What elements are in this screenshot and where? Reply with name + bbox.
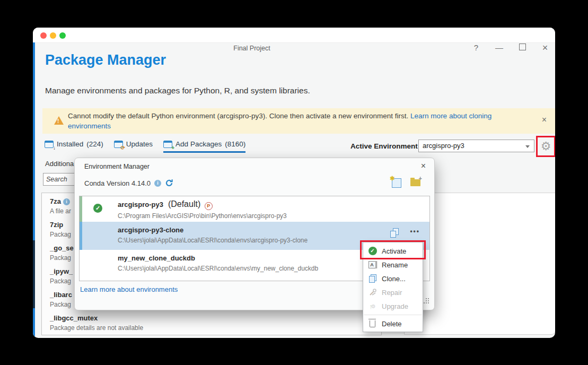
gear-icon[interactable]: ⚙ xyxy=(541,141,551,152)
package-item-desc: Packag xyxy=(50,301,71,308)
package-item-desc: Package details are not available xyxy=(50,324,143,332)
environment-text: arcgispro-py3 (Default) P C:\Program Fil… xyxy=(118,196,287,222)
package-item-name[interactable]: 7zip xyxy=(50,221,63,229)
conda-version-row: Conda Version 4.14.0 i xyxy=(84,179,173,187)
rename-icon: A xyxy=(368,261,377,268)
app-window: Final Project ? — × Package Manager Mana… xyxy=(33,28,555,338)
titlebar xyxy=(33,28,555,43)
environment-path: C:\Users\jolai\AppData\Local\ESRI\conda\… xyxy=(118,237,308,244)
upgrade-icon: ↑⚙ xyxy=(368,302,377,310)
package-item-desc: Packag xyxy=(50,254,71,262)
dialog-title: Environment Manager xyxy=(84,163,150,170)
chevron-down-icon xyxy=(525,145,530,148)
menu-item-label: Clone... xyxy=(382,275,406,283)
trash-body xyxy=(370,320,375,327)
close-button[interactable]: × xyxy=(541,44,549,52)
banner-close-icon[interactable]: × xyxy=(542,115,547,125)
active-environment-dropdown[interactable]: arcgispro-py3 xyxy=(418,140,534,152)
new-environment-icon[interactable]: ✱ xyxy=(392,178,401,188)
environment-path: C:\Program Files\ArcGIS\Pro\bin\Python\e… xyxy=(118,212,287,220)
environment-path: C:\Users\jolai\AppData\Local\ESRI\conda\… xyxy=(118,265,318,272)
environment-context-menu: ✓ Activate A Rename Clone... Repair ↑⚙ U… xyxy=(363,242,423,332)
menu-item-activate[interactable]: ✓ Activate xyxy=(363,244,423,258)
window-accent-strip-dark xyxy=(33,240,35,308)
plus-badge: + xyxy=(171,145,174,151)
tab-updates-label: Updates xyxy=(126,140,153,148)
environment-name: arcgispro-py3-clone xyxy=(118,226,183,234)
menu-item-label: Rename xyxy=(382,261,408,269)
environment-default-suffix: (Default) xyxy=(165,199,200,208)
tab-updates[interactable]: ⟳ Updates xyxy=(114,140,153,151)
tab-add-packages-label: Add Packages xyxy=(175,140,222,148)
active-row-strip xyxy=(80,196,82,222)
clone-icon[interactable] xyxy=(390,228,399,238)
active-environment-value: arcgispro-py3 xyxy=(423,142,464,150)
selected-row-strip xyxy=(80,222,82,250)
help-button[interactable]: ? xyxy=(472,44,480,52)
refresh-icon[interactable] xyxy=(165,179,173,187)
rename-box: A xyxy=(368,261,376,268)
maximize-icon xyxy=(519,44,526,50)
info-icon: i xyxy=(154,180,161,187)
package-item-desc: Packag xyxy=(50,231,71,238)
clone-icon xyxy=(368,274,377,283)
menu-item-label: Upgrade xyxy=(382,302,408,310)
highlight-box-gear: ⚙ xyxy=(536,136,555,157)
menu-separator xyxy=(364,315,422,315)
package-item-desc: Packag xyxy=(50,277,71,285)
menu-item-label: Repair xyxy=(382,289,402,297)
package-item-name[interactable]: _go_se xyxy=(50,244,74,252)
menu-item-repair: Repair xyxy=(363,285,423,299)
arcgis-pro-badge-icon: P xyxy=(205,202,213,210)
add-existing-environment-folder-icon[interactable]: + xyxy=(410,179,420,186)
page-subtitle: Manage environments and packages for Pyt… xyxy=(45,86,310,95)
package-item-desc: A file ar xyxy=(50,207,71,215)
activate-check-icon: ✓ xyxy=(368,247,377,255)
tab-installed-label: Installed xyxy=(57,140,83,148)
rename-caret xyxy=(376,261,377,268)
refresh-badge: ⟳ xyxy=(120,145,125,151)
sidebar-heading: Additiona xyxy=(45,160,74,168)
environment-text: my_new_clone_duckdb C:\Users\jolai\AppDa… xyxy=(118,250,318,281)
dialog-close-icon[interactable]: × xyxy=(421,161,426,171)
plus-badge: + xyxy=(419,175,422,181)
package-item-name[interactable]: _ipyw_ xyxy=(50,267,73,275)
environment-name: my_new_clone_duckdb xyxy=(118,254,195,262)
row-menu-ellipsis-icon[interactable]: ••• xyxy=(410,228,420,235)
tab-installed[interactable]: ↓ Installed (224) xyxy=(45,140,103,151)
document-title: Final Project xyxy=(33,45,471,52)
page-front xyxy=(390,231,396,238)
active-check-icon: ✓ xyxy=(93,204,102,213)
package-item-name[interactable]: 7zai xyxy=(50,197,70,205)
tab-installed-count: (224) xyxy=(86,140,103,148)
add-packages-list-icon: + xyxy=(163,141,172,148)
menu-item-upgrade: ↑⚙ Upgrade xyxy=(363,299,423,313)
environment-row-default[interactable]: ✓ arcgispro-py3 (Default) P C:\Program F… xyxy=(80,196,429,222)
menu-item-label: Activate xyxy=(382,247,406,255)
menu-item-rename[interactable]: A Rename xyxy=(363,258,423,272)
down-arrow-badge: ↓ xyxy=(53,145,56,151)
minimize-button[interactable]: — xyxy=(495,44,503,52)
page-front xyxy=(369,276,375,283)
resize-grip[interactable] xyxy=(426,302,427,303)
tab-add-packages-count: (8160) xyxy=(225,140,245,148)
page-title: Package Manager xyxy=(45,52,166,68)
maximize-button[interactable] xyxy=(519,44,526,52)
check-glyph: ✓ xyxy=(368,247,377,255)
mac-zoom-light[interactable] xyxy=(59,32,66,39)
new-badge: ✱ xyxy=(390,175,394,182)
trash-icon xyxy=(368,320,377,327)
small-gear: ⚙ xyxy=(371,303,376,309)
tab-add-packages[interactable]: + Add Packages (8160) xyxy=(163,140,245,153)
learn-more-environments-link[interactable]: Learn more about environments xyxy=(80,285,178,293)
menu-item-delete[interactable]: Delete xyxy=(363,317,423,331)
mac-minimize-light[interactable] xyxy=(50,32,56,39)
mac-close-light[interactable] xyxy=(40,32,47,39)
menu-item-clone[interactable]: Clone... xyxy=(363,272,423,285)
default-suffix-text: (Default) xyxy=(168,199,200,208)
package-item-name[interactable]: _libarc xyxy=(50,291,72,299)
package-item-name[interactable]: _libgcc_mutex xyxy=(50,314,98,322)
package-name-text: 7za xyxy=(50,197,61,205)
window-controls: ? — × xyxy=(472,44,549,52)
active-environment-label: Active Environment xyxy=(350,142,418,150)
